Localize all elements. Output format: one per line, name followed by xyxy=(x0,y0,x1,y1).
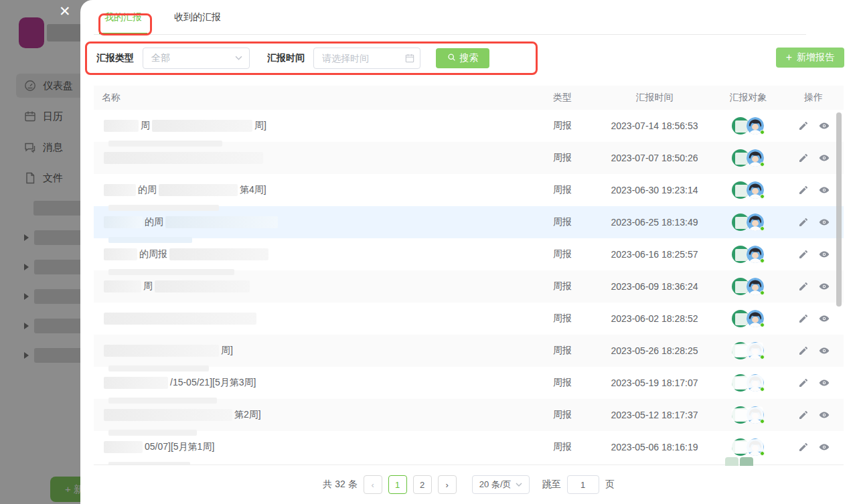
column-header: 类型 xyxy=(529,92,596,104)
filter-bar: 汇报类型 全部 汇报时间 搜索 xyxy=(96,41,489,75)
table-row[interactable]: 周报 2023-06-02 18:28:52 xyxy=(94,303,844,335)
edit-icon[interactable] xyxy=(798,185,809,195)
view-icon[interactable] xyxy=(819,217,830,228)
status-dot xyxy=(760,290,765,295)
redaction-block xyxy=(731,342,763,357)
page-button-2[interactable]: 2 xyxy=(413,475,432,494)
report-targets xyxy=(713,406,783,424)
table-row[interactable]: 的周第4周] 周报 2023-06-30 19:23:14 xyxy=(94,174,844,206)
edit-icon[interactable] xyxy=(798,217,809,228)
tab-received-reports[interactable]: 收到的汇报 xyxy=(169,1,226,34)
prev-page-button[interactable]: ‹ xyxy=(364,475,382,494)
report-time-input[interactable] xyxy=(313,48,420,69)
redacted-text xyxy=(104,345,219,357)
scrollbar[interactable] xyxy=(836,112,842,307)
tab-bar: 我的汇报收到的汇报 xyxy=(94,0,806,35)
report-type: 周报 xyxy=(529,441,596,453)
jump-to-input[interactable] xyxy=(567,475,599,494)
view-icon[interactable] xyxy=(819,313,830,324)
jump-suffix-label: 页 xyxy=(605,479,615,491)
avatar-group xyxy=(732,341,765,360)
table-row[interactable]: 周周] 周报 2023-07-14 18:56:53 xyxy=(94,110,844,142)
redacted-text xyxy=(104,280,141,292)
status-dot xyxy=(760,194,765,199)
report-name-cell: 05/07][5月第1周] xyxy=(94,441,529,453)
search-button[interactable]: 搜索 xyxy=(436,48,489,68)
report-targets xyxy=(713,373,783,392)
report-name-cell: 周] xyxy=(94,345,529,357)
page-button-1[interactable]: 1 xyxy=(388,475,407,494)
table-row[interactable]: 周] 周报 2023-05-26 18:28:25 xyxy=(94,335,844,367)
report-name-fragment: 的周 xyxy=(145,216,163,228)
row-actions xyxy=(783,377,844,388)
redacted-text xyxy=(159,184,238,196)
redacted-text xyxy=(108,269,234,275)
report-time: 2023-05-12 18:17:37 xyxy=(596,410,713,420)
row-actions xyxy=(783,442,844,452)
edit-icon[interactable] xyxy=(798,249,809,260)
edit-icon[interactable] xyxy=(798,410,809,420)
redacted-text xyxy=(155,280,250,292)
edit-icon[interactable] xyxy=(798,442,809,452)
redaction-block xyxy=(735,281,748,293)
redacted-text xyxy=(104,313,256,325)
next-page-button[interactable]: › xyxy=(438,475,457,494)
redacted-text xyxy=(104,248,137,260)
redacted-text xyxy=(108,141,222,147)
edit-icon[interactable] xyxy=(798,153,809,163)
table-row[interactable]: 周 周报 2023-06-09 18:36:24 xyxy=(94,270,844,303)
view-icon[interactable] xyxy=(819,120,830,131)
view-icon[interactable] xyxy=(819,410,830,420)
view-icon[interactable] xyxy=(819,281,830,292)
table-row[interactable]: /15-05/21][5月第3周] 周报 2023-05-19 18:17:07 xyxy=(94,367,844,399)
report-name-cell: 周周] xyxy=(94,120,529,132)
report-name-fragment: 第2周] xyxy=(234,409,261,421)
tab-my-reports[interactable]: 我的汇报 xyxy=(99,1,147,34)
table-row[interactable]: 周报 2023-07-07 18:50:26 xyxy=(94,142,844,174)
redacted-text xyxy=(169,248,268,260)
report-type: 周报 xyxy=(529,313,596,325)
status-dot xyxy=(760,226,765,231)
view-icon[interactable] xyxy=(819,377,830,388)
edit-icon[interactable] xyxy=(798,281,809,292)
view-icon[interactable] xyxy=(819,153,830,163)
view-icon[interactable] xyxy=(819,249,830,260)
view-icon[interactable] xyxy=(819,185,830,195)
status-dot xyxy=(760,130,765,135)
edit-icon[interactable] xyxy=(798,377,809,388)
report-type-select[interactable]: 全部 xyxy=(143,48,250,69)
view-icon[interactable] xyxy=(819,442,830,452)
plus-icon: + xyxy=(786,52,792,63)
page-size-select[interactable]: 20 条/页 xyxy=(472,475,530,494)
redacted-text xyxy=(104,152,263,164)
report-type: 周报 xyxy=(529,345,596,357)
view-icon[interactable] xyxy=(819,345,830,356)
redaction-block xyxy=(735,217,748,229)
report-name-cell: 第2周] xyxy=(94,409,529,421)
redaction-block xyxy=(731,438,763,453)
table-row[interactable]: 的周报 周报 2023-06-16 18:25:57 xyxy=(94,238,844,270)
row-actions xyxy=(783,217,844,228)
edit-icon[interactable] xyxy=(798,345,809,356)
report-name-cell: 的周 xyxy=(94,216,529,228)
row-actions xyxy=(783,185,844,195)
total-count: 共 32 条 xyxy=(323,479,357,491)
close-icon[interactable]: ✕ xyxy=(59,4,71,18)
add-report-button[interactable]: + 新增报告 xyxy=(776,48,844,68)
row-actions xyxy=(783,153,844,163)
report-time: 2023-06-25 18:13:49 xyxy=(596,217,713,228)
table-row[interactable]: 的周 周报 2023-06-25 18:13:49 xyxy=(94,206,844,238)
table-row[interactable]: 第2周] 周报 2023-05-12 18:17:37 xyxy=(94,399,844,431)
redaction-block xyxy=(735,313,748,325)
report-name-cell: 的周第4周] xyxy=(94,184,529,196)
edit-icon[interactable] xyxy=(798,313,809,324)
edit-icon[interactable] xyxy=(798,120,809,131)
report-targets xyxy=(713,181,783,199)
report-name-fragment: 周] xyxy=(221,345,233,357)
row-actions xyxy=(783,281,844,292)
report-time-picker[interactable] xyxy=(313,48,420,69)
report-type: 周报 xyxy=(529,248,596,260)
page-size-value: 20 条/页 xyxy=(479,479,512,491)
row-actions xyxy=(783,120,844,131)
calendar-icon xyxy=(405,54,414,66)
